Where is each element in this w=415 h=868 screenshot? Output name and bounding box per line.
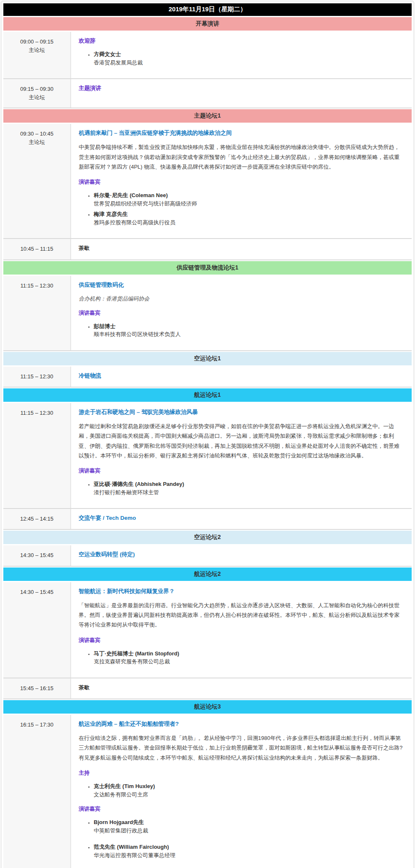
session-title-link[interactable]: 游走于岩石和硬地之间 – 驾驭完美地缘政治风暴	[79, 408, 198, 416]
speaker-item: Bjorn Hojgaard先生中英船管集团行政总裁	[94, 818, 403, 835]
session-content: 冷链物流	[71, 367, 412, 387]
session-time-cell: 14:30 – 15:45	[3, 545, 71, 565]
session-title-link[interactable]: 欢迎辞	[79, 37, 96, 45]
session-row: 10:45 – 11:15茶歇	[3, 238, 412, 259]
speaker-item: 科尔曼·尼先生 (Coleman Nee)世界贸易组织经济研究与统计部高级经济师	[94, 191, 403, 208]
session-venue: 主论坛	[5, 93, 69, 102]
section-banner: 航运论坛1	[3, 388, 412, 402]
session-time-cell: 11:15 – 12:30	[3, 276, 71, 350]
section-banner-wrap: 空运论坛2	[3, 529, 412, 545]
session-title-link[interactable]: 供应链管理数码化	[79, 281, 124, 289]
session-content: 供应链管理数码化合办机构：香港货品编码协会演讲嘉宾彭喆博士顺丰科技有限公司区块链…	[71, 276, 412, 350]
section-banner: 开幕演讲	[3, 17, 412, 31]
speaker-section-label: 演讲嘉宾	[79, 178, 403, 186]
speaker-name: 科尔曼·尼先生 (Coleman Nee)	[94, 191, 403, 200]
session-description: 若产能过剩和全球贸易急剧放缓还未足够令行业形势变得严峻，如箭在弦的中美贸易争端正…	[79, 421, 403, 461]
speaker-item: 克士利先生 (Tim Huxley)文达船务有限公司主席	[94, 782, 403, 799]
session-time-cell: 16:15 – 17:30	[3, 715, 71, 868]
speaker-name: 梅津 克彦先生	[94, 210, 403, 218]
session-time: 10:45 – 11:15	[5, 245, 69, 253]
session-time-cell: 10:45 – 11:15	[3, 239, 71, 259]
session-title-link[interactable]: 主题演讲	[79, 85, 101, 92]
session-description: 「智能航运」是业界最新的流行用语。行业智能化乃大趋所势，航运业亦逐步进入区块链、…	[79, 601, 403, 630]
session-time: 12:45 – 14:15	[5, 515, 69, 523]
session-title-link[interactable]: 交流午宴 / Tech Demo	[79, 514, 136, 522]
session-title-link[interactable]: 智能航运：新时代科技如何颠复业界？	[79, 588, 175, 595]
speaker-section-label: 演讲嘉宾	[79, 467, 403, 475]
session-time: 09:00 – 09:15	[5, 38, 69, 46]
speaker-org: 顺丰科技有限公司区块链技术负责人	[94, 330, 403, 339]
session-row: 11:15 – 12:30冷链物流	[3, 367, 412, 387]
session-time-cell: 09:30 – 10:45主论坛	[3, 124, 71, 238]
session-row: 11:15 – 12:30游走于岩石和硬地之间 – 驾驭完美地缘政治风暴若产能过…	[3, 403, 412, 508]
section-banner-wrap: 供应链管理及物流论坛1	[3, 259, 412, 276]
speaker-name: Bjorn Hojgaard先生	[94, 818, 403, 827]
speaker-item: 马丁·史托福博士 (Martin Stopford)克拉克森研究服务有限公司总裁	[94, 650, 403, 666]
speaker-section-label: 演讲嘉宾	[79, 805, 403, 813]
speaker-list: 科尔曼·尼先生 (Coleman Nee)世界贸易组织经济研究与统计部高级经济师…	[79, 191, 403, 226]
session-time-cell: 09:00 – 09:15主论坛	[3, 32, 71, 78]
speaker-item: 亚比硕·潘德先生 (Abhishek Pandey)渣打银行船务融资环球主管	[94, 480, 403, 496]
session-time-cell: 15:45 – 16:15	[3, 678, 71, 699]
co-organiser-note: 合办机构：香港货品编码协会	[79, 295, 403, 303]
session-time: 11:15 – 12:30	[5, 282, 69, 290]
speaker-org: 克拉克森研究服务有限公司总裁	[94, 657, 403, 666]
session-title-link[interactable]: 空运业数码转型 (待定)	[79, 551, 135, 558]
session-description: 在行业暗淡之际，拥有船隻对业界而言是「鸡肋」。若从经验中学习，回溯1980年代，…	[79, 733, 403, 763]
session-time-cell: 11:15 – 12:30	[3, 403, 71, 508]
speaker-item: 彭喆博士顺丰科技有限公司区块链技术负责人	[94, 322, 403, 339]
section-banner-wrap: 航运论坛1	[3, 387, 412, 403]
speaker-org: 中英船管集团行政总裁	[94, 827, 403, 835]
section-banner: 主题论坛1	[3, 109, 412, 123]
speaker-list: 亚比硕·潘德先生 (Abhishek Pandey)渣打银行船务融资环球主管	[79, 480, 403, 496]
session-time: 09:30 – 10:45	[5, 130, 69, 138]
session-time: 16:15 – 17:30	[5, 721, 69, 729]
speaker-item: 范戈先生 (William Fairclough)华光海运控股有限公司董事总经理	[94, 843, 403, 859]
session-row: 09:00 – 09:15主论坛欢迎辞方舜文女士香港贸易发展局总裁	[3, 32, 412, 78]
section-banner-wrap: 主题论坛1	[3, 108, 412, 124]
speaker-name: 方舜文女士	[94, 50, 403, 59]
session-row: 09:30 – 10:45主论坛机遇前来敲门 – 当亚洲供应链穿梭于充满挑战的地…	[3, 124, 412, 238]
session-venue: 主论坛	[5, 138, 69, 146]
session-content: 游走于岩石和硬地之间 – 驾驭完美地缘政治风暴若产能过剩和全球贸易急剧放缓还未足…	[71, 403, 412, 508]
speaker-org: 文达船务有限公司主席	[94, 791, 403, 799]
speaker-org: 世界贸易组织经济研究与统计部高级经济师	[94, 200, 403, 208]
session-venue: 主论坛	[5, 46, 69, 54]
section-banner: 供应链管理及物流论坛1	[3, 261, 412, 275]
session-row: 15:45 – 16:15茶歇	[3, 678, 412, 699]
schedule-rows: 开幕演讲09:00 – 09:15主论坛欢迎辞方舜文女士香港贸易发展局总裁09:…	[3, 16, 412, 868]
session-time: 11:15 – 12:30	[5, 372, 69, 381]
speaker-list: 克士利先生 (Tim Huxley)文达船务有限公司主席	[79, 782, 403, 799]
session-time-cell: 14:30 – 15:45	[3, 582, 71, 678]
session-title-link[interactable]: 冷链物流	[79, 372, 101, 380]
session-content: 空运业数码转型 (待定)	[71, 545, 412, 565]
session-content: 茶歇	[71, 678, 412, 699]
break-label: 茶歇	[79, 684, 403, 691]
session-description: 中美贸易争端持续不断，製造业投资正陆续加快移向东盟，将物流业留在持续充满纷扰的地…	[79, 142, 403, 172]
session-content: 主题演讲	[71, 79, 412, 108]
session-title-link[interactable]: 航运业的两难 – 船主还不如船舶管理者?	[79, 720, 179, 728]
session-time: 14:30 – 15:45	[5, 551, 69, 560]
speaker-section-label: 演讲嘉宾	[79, 637, 403, 644]
section-banner: 空运论坛1	[3, 352, 412, 365]
speaker-name: 马丁·史托福博士 (Martin Stopford)	[94, 650, 403, 658]
speaker-list: Bjorn Hojgaard先生中英船管集团行政总裁范戈先生 (William …	[79, 818, 403, 859]
section-banner-wrap: 航运论坛3	[3, 699, 412, 715]
session-row: 09:15 – 09:30主论坛主题演讲	[3, 78, 412, 108]
speaker-list: 方舜文女士香港贸易发展局总裁	[79, 50, 403, 67]
programme-schedule: 2019年11月19日（星期二） 开幕演讲09:00 – 09:15主论坛欢迎辞…	[1, 1, 414, 868]
speaker-name: 亚比硕·潘德先生 (Abhishek Pandey)	[94, 480, 403, 488]
session-row: 14:30 – 15:45智能航运：新时代科技如何颠复业界？「智能航运」是业界最…	[3, 582, 412, 678]
break-label: 茶歇	[79, 244, 403, 252]
speaker-list: 彭喆博士顺丰科技有限公司区块链技术负责人	[79, 322, 403, 339]
session-time: 09:15 – 09:30	[5, 85, 69, 93]
speaker-name: 克士利先生 (Tim Huxley)	[94, 782, 403, 791]
session-time-cell: 12:45 – 14:15	[3, 509, 71, 529]
session-row: 12:45 – 14:15交流午宴 / Tech Demo	[3, 508, 412, 529]
speaker-item: 方舜文女士香港贸易发展局总裁	[94, 50, 403, 67]
speaker-name: 彭喆博士	[94, 322, 403, 331]
section-banner-wrap: 开幕演讲	[3, 16, 412, 32]
session-title-link[interactable]: 机遇前来敲门 – 当亚洲供应链穿梭于充满挑战的地缘政治之间	[79, 129, 232, 137]
session-time-cell: 09:15 – 09:30主论坛	[3, 79, 71, 108]
session-content: 航运业的两难 – 船主还不如船舶管理者?在行业暗淡之际，拥有船隻对业界而言是「鸡…	[71, 715, 412, 868]
